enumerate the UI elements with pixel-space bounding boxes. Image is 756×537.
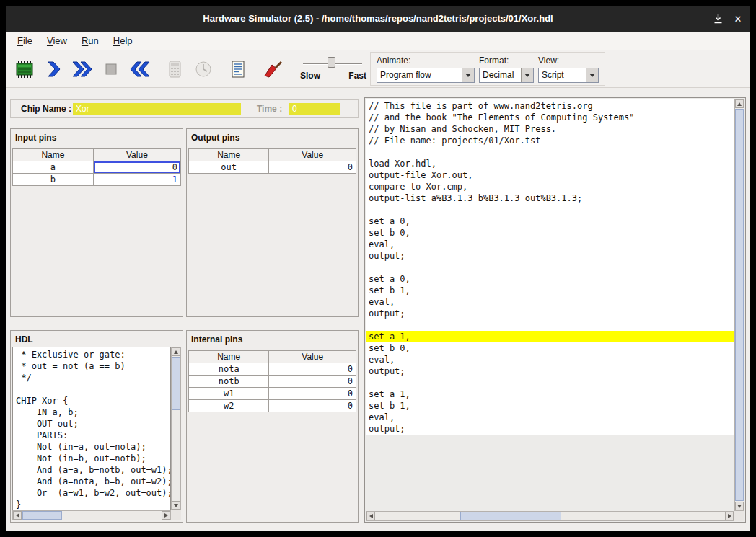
chevron-down-icon[interactable] xyxy=(586,68,598,82)
run-button[interactable] xyxy=(68,53,97,85)
load-chip-button[interactable] xyxy=(10,53,39,85)
scrollbar-thumb[interactable] xyxy=(172,357,180,410)
hdl-line: * Exclusive-or gate: xyxy=(13,349,170,360)
chevron-down-icon[interactable] xyxy=(462,68,474,82)
pin-name-cell[interactable]: b xyxy=(13,174,94,186)
clock-button[interactable] xyxy=(189,53,218,85)
pin-name-cell[interactable]: w1 xyxy=(189,388,269,400)
pin-name-cell[interactable]: nota xyxy=(189,363,269,376)
chip-name-field[interactable]: Xor xyxy=(73,103,241,115)
brush-icon xyxy=(262,59,284,79)
breakpoints-button[interactable] xyxy=(258,53,287,85)
script-vertical-scrollbar[interactable] xyxy=(734,99,744,511)
close-button[interactable]: ✕ xyxy=(729,6,747,32)
scrollbar-thumb[interactable] xyxy=(735,109,744,501)
script-line: eval, xyxy=(366,412,734,423)
internal-pins-panel: Internal pins Name Value nota 0 notb 0 w… xyxy=(186,330,359,523)
scroll-right-button[interactable] xyxy=(162,511,170,520)
pin-name-cell[interactable]: a xyxy=(13,161,94,174)
menu-view[interactable]: View xyxy=(40,32,74,50)
script-view[interactable]: // This file is part of www.nand2tetris.… xyxy=(366,99,734,511)
input-pins-panel: Input pins Name Value a 0 b 1 xyxy=(10,128,183,317)
script-line: set b 1, xyxy=(366,285,734,296)
scroll-up-button[interactable] xyxy=(172,347,180,356)
internal-pins-table: Name Value nota 0 notb 0 w1 0 w2 0 xyxy=(188,350,356,412)
menu-file-label: ile xyxy=(23,35,32,46)
menu-help-label: elp xyxy=(120,35,132,46)
script-line: set b 0, xyxy=(366,227,734,239)
animate-select[interactable]: Program flow xyxy=(377,68,475,83)
hdl-body: * Exclusive-or gate: * out = not (a == b… xyxy=(12,347,181,520)
table-row: out 0 xyxy=(189,161,356,174)
script-line-current: set a 1, xyxy=(366,331,734,342)
menu-help-mnemonic: H xyxy=(113,35,120,46)
column-header-value: Value xyxy=(269,351,356,363)
calculator-button[interactable] xyxy=(160,53,189,85)
pin-name-cell[interactable]: notb xyxy=(189,376,269,388)
table-row: w2 0 xyxy=(189,400,356,412)
scrollbar-thumb[interactable] xyxy=(460,512,561,520)
pin-value-cell[interactable]: 0 xyxy=(269,388,356,400)
pin-value-cell[interactable]: 0 xyxy=(269,161,356,174)
hdl-panel: HDL * Exclusive-or gate: * out = not (a … xyxy=(10,330,183,523)
rewind-button[interactable] xyxy=(126,53,154,85)
speed-slider[interactable]: Slow Fast xyxy=(300,55,366,85)
script-line: set a 0, xyxy=(366,273,734,285)
slider-thumb[interactable] xyxy=(328,57,335,68)
scrollbar-corner xyxy=(171,510,181,520)
script-line xyxy=(366,377,734,389)
view-select[interactable]: Script xyxy=(538,68,599,83)
scroll-down-button[interactable] xyxy=(735,502,744,510)
format-select[interactable]: Decimal xyxy=(479,68,534,83)
animate-label: Animate: xyxy=(377,56,475,66)
script-line xyxy=(366,262,734,273)
single-step-button[interactable] xyxy=(39,53,68,85)
menu-run-mnemonic: R xyxy=(82,35,88,46)
scroll-left-button[interactable] xyxy=(13,511,22,520)
hdl-horizontal-scrollbar[interactable] xyxy=(12,510,171,520)
slider-fast-label: Fast xyxy=(348,71,366,81)
hdl-title: HDL xyxy=(11,331,183,346)
output-pins-title: Output pins xyxy=(187,129,358,144)
time-label: Time : xyxy=(257,104,282,114)
pin-name-cell[interactable]: w2 xyxy=(189,400,269,412)
scroll-right-button[interactable] xyxy=(725,512,734,520)
stop-button[interactable] xyxy=(97,53,126,85)
menu-file[interactable]: File xyxy=(10,32,40,50)
script-rows: // This file is part of www.nand2tetris.… xyxy=(366,99,734,435)
animate-value: Program flow xyxy=(377,68,462,82)
menu-run[interactable]: Run xyxy=(74,32,106,50)
scroll-up-button[interactable] xyxy=(735,99,744,108)
scroll-left-button[interactable] xyxy=(366,512,375,520)
hdl-line: Not (in=b, out=notb); xyxy=(13,453,170,464)
script-line: set a 1, xyxy=(366,389,734,400)
script-line: output-list a%B3.1.3 b%B3.1.3 out%B3.1.3… xyxy=(366,192,734,204)
script-button[interactable] xyxy=(224,53,252,85)
script-line: compare-to Xor.cmp, xyxy=(366,181,734,192)
script-line: eval, xyxy=(366,354,734,365)
hdl-code-view[interactable]: * Exclusive-or gate: * out = not (a == b… xyxy=(12,347,171,510)
clock-icon xyxy=(193,59,214,79)
script-line: output; xyxy=(366,250,734,262)
menu-help[interactable]: Help xyxy=(106,32,140,50)
pin-value-cell[interactable]: 0 xyxy=(269,363,356,376)
scroll-down-button[interactable] xyxy=(172,501,180,510)
toolbar-buttons xyxy=(10,53,287,86)
pin-value-cell[interactable]: 1 xyxy=(93,174,180,186)
slider-slow-label: Slow xyxy=(300,71,320,81)
output-pins-panel: Output pins Name Value out 0 xyxy=(186,128,359,317)
pin-name-cell[interactable]: out xyxy=(189,161,269,174)
hdl-vertical-scrollbar[interactable] xyxy=(171,347,181,510)
table-row: a 0 xyxy=(13,161,181,174)
pin-value-cell[interactable]: 0 xyxy=(269,400,356,412)
chevron-down-icon[interactable] xyxy=(521,68,533,82)
pin-value-cell[interactable]: 0 xyxy=(269,376,356,388)
script-horizontal-scrollbar[interactable] xyxy=(366,511,734,521)
pin-value-cell[interactable]: 0 xyxy=(93,161,180,174)
download-button[interactable] xyxy=(708,6,727,32)
script-document-icon xyxy=(227,59,249,79)
download-icon xyxy=(713,14,723,24)
scrollbar-thumb[interactable] xyxy=(22,511,62,520)
input-pins-table: Name Value a 0 b 1 xyxy=(12,148,181,186)
toolbar: Slow Fast Animate: Program flow Format: … xyxy=(6,50,750,88)
